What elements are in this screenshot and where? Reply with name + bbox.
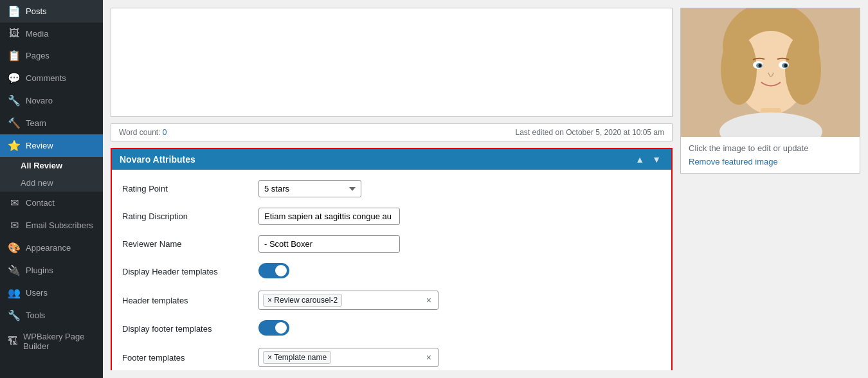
toggle-slider [258,263,289,278]
footer-toggle-slider [258,320,289,336]
main-content: Word count: 0 Last edited on October 5, … [103,0,868,378]
appearance-icon: 🎨 [8,242,21,254]
featured-image-box: Click the image to edit or update Remove… [680,8,860,174]
header-templates-tag-box[interactable]: × Review carousel-2 × [258,291,439,310]
content-area: Word count: 0 Last edited on October 5, … [103,0,868,378]
rating-point-select[interactable]: 5 stars 4 stars 3 stars 2 stars 1 star [258,180,361,197]
rating-description-input[interactable] [258,208,400,225]
footer-templates-control: × Template name × [258,348,661,367]
display-footer-control [258,320,661,338]
header-templates-row: Header templates × Review carousel-2 × [122,291,661,310]
meta-box-header: Novaro Attributes ▲ ▼ [112,149,671,170]
featured-image-actions: Click the image to edit or update Remove… [681,137,860,173]
rating-description-row: Rating Discription [122,208,661,225]
sidebar-item-novaro[interactable]: 🔧 Novaro [0,89,103,112]
word-count-number: 0 [163,128,167,137]
display-header-row: Display Header templates [122,263,661,280]
rating-point-row: Rating Point 5 stars 4 stars 3 stars 2 s… [122,180,661,197]
display-header-control [258,263,661,280]
review-submenu: All Review Add new [0,157,103,192]
reviewer-name-row: Reviewer Name [122,235,661,253]
media-icon: 🖼 [8,28,21,39]
display-header-label: Display Header templates [122,267,251,276]
svg-point-4 [721,34,757,105]
novaro-attributes-box: Novaro Attributes ▲ ▼ Rating Point 5 sta… [111,148,673,370]
reviewer-name-label: Reviewer Name [122,239,251,249]
footer-tag-label: × Template name [267,353,327,362]
display-header-toggle[interactable] [258,263,289,278]
novaro-icon: 🔧 [8,94,21,107]
word-count-bar: Word count: 0 Last edited on October 5, … [111,123,673,141]
featured-image-hint: Click the image to edit or update [689,143,852,153]
blank-editor[interactable] [111,8,673,117]
sidebar-item-appearance[interactable]: 🎨 Appearance [0,237,103,259]
svg-point-10 [759,64,762,68]
meta-box-controls: ▲ ▼ [633,154,664,165]
display-footer-row: Display footer templates [122,320,661,338]
team-icon: 🔨 [8,117,21,129]
featured-image-photo[interactable] [681,8,860,137]
email-icon: ✉ [8,219,21,231]
rating-point-label: Rating Point [122,184,251,194]
meta-box-down-btn[interactable]: ▼ [649,154,664,165]
header-templates-clear-btn[interactable]: × [424,295,434,305]
footer-templates-clear-btn[interactable]: × [424,352,434,363]
sidebar-sub-add-new[interactable]: Add new [0,174,103,192]
footer-templates-label: Footer templates [122,353,251,363]
comments-icon: 💬 [8,72,21,84]
header-template-tag: × Review carousel-2 [263,294,342,307]
sidebar-item-contact[interactable]: ✉ Contact [0,192,103,214]
meta-box-up-btn[interactable]: ▲ [633,154,647,165]
last-edited: Last edited on October 5, 2020 at 10:05 … [516,128,665,137]
sidebar-item-users[interactable]: 👥 Users [0,282,103,304]
word-count-text: Word count: 0 [119,128,167,137]
reviewer-name-control [258,235,661,253]
footer-templates-tag-box[interactable]: × Template name × [258,348,439,367]
display-footer-toggle[interactable] [258,320,289,336]
sidebar-item-plugins[interactable]: 🔌 Plugins [0,259,103,282]
footer-template-tag: × Template name [263,351,331,364]
remove-featured-image-link[interactable]: Remove featured image [689,157,778,166]
sidebar-item-tools[interactable]: 🔧 Tools [0,304,103,327]
sidebar-sub-all-review[interactable]: All Review [0,157,103,174]
sidebar: 📄 Posts 🖼 Media 📋 Pages 💬 Comments 🔧 Nov… [0,0,103,378]
sidebar-item-posts[interactable]: 📄 Posts [0,0,103,22]
editor-panel: Word count: 0 Last edited on October 5, … [111,8,673,370]
pages-icon: 📋 [8,50,21,62]
display-footer-label: Display footer templates [122,324,251,334]
users-icon: 👥 [8,287,21,299]
tools-icon: 🔧 [8,309,21,321]
contact-icon: ✉ [8,197,21,209]
sidebar-item-pages[interactable]: 📋 Pages [0,44,103,67]
rating-description-control [258,208,661,225]
header-templates-control: × Review carousel-2 × [258,291,661,310]
sidebar-item-team[interactable]: 🔨 Team [0,112,103,134]
sidebar-item-comments[interactable]: 💬 Comments [0,67,103,89]
tag-label: × Review carousel-2 [267,296,338,305]
rating-description-label: Rating Discription [122,212,251,221]
featured-image-svg [681,8,860,137]
wpbakery-icon: 🏗 [8,336,18,347]
posts-icon: 📄 [8,5,21,17]
svg-point-11 [784,64,788,68]
sidebar-item-wpbakery[interactable]: 🏗 WPBakery Page Builder [0,327,103,356]
reviewer-name-input[interactable] [258,235,400,253]
review-icon: ⭐ [8,140,21,152]
right-sidebar: Click the image to edit or update Remove… [680,8,860,370]
sidebar-item-media[interactable]: 🖼 Media [0,22,103,44]
sidebar-item-review[interactable]: ⭐ Review [0,134,103,157]
footer-templates-row: Footer templates × Template name × [122,348,661,367]
header-templates-label: Header templates [122,296,251,305]
rating-point-control: 5 stars 4 stars 3 stars 2 stars 1 star [258,180,661,197]
plugins-icon: 🔌 [8,264,21,276]
sidebar-item-email-subscribers[interactable]: ✉ Email Subscribers [0,214,103,237]
meta-box-title: Novaro Attributes [120,154,195,165]
meta-box-body: Rating Point 5 stars 4 stars 3 stars 2 s… [112,170,671,370]
svg-point-5 [785,34,821,105]
